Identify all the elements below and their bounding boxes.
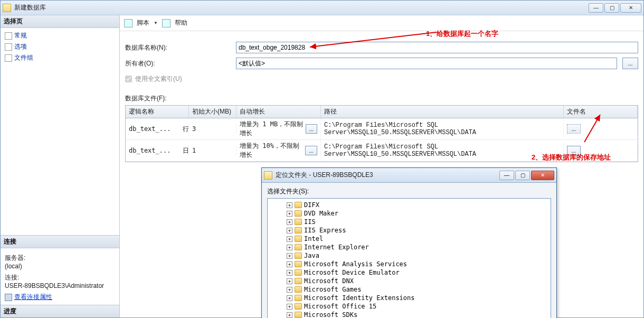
new-database-window: 新建数据库 — ▢ ✕ 选择页 常规 选项 文件组 连接 服务器: (local… — [0, 0, 644, 318]
tree-item[interactable]: +DIFX — [287, 201, 550, 209]
col-logical[interactable]: 逻辑名称 — [126, 106, 189, 118]
locate-folder-dialog: 定位文件夹 - USER-89BSBQDLE3 — ▢ ✕ 选择文件夹(S): … — [261, 167, 557, 318]
folder-icon — [295, 202, 302, 208]
tree-item[interactable]: +Microsoft Games — [287, 285, 550, 294]
owner-label: 所有者(O): — [125, 59, 231, 68]
script-button[interactable]: 脚本 — [137, 18, 149, 27]
script-dropdown-icon[interactable]: ▼ — [154, 21, 158, 25]
expander-icon[interactable]: + — [287, 236, 292, 242]
tree-item[interactable]: +Microsoft DNX — [287, 277, 550, 285]
table-row[interactable]: db_text_... 行 3 增量为 1 MB，不限制增长... C:\Pro… — [126, 118, 638, 140]
dialog-minimize-button[interactable]: — — [499, 171, 514, 180]
help-button[interactable]: 帮助 — [175, 18, 187, 27]
tree-item[interactable]: +Microsoft Office 15 — [287, 302, 550, 311]
folder-icon — [295, 286, 302, 293]
script-icon — [124, 19, 132, 27]
sidebar-item-options[interactable]: 选项 — [2, 41, 118, 52]
folder-icon — [295, 269, 302, 276]
dbname-label: 数据库名称(N): — [125, 43, 231, 52]
col-path[interactable]: 路径 — [321, 106, 564, 118]
tree-item-label: Java — [304, 252, 319, 259]
fulltext-checkbox — [125, 76, 132, 82]
main-panel: 脚本 ▼ 帮助 数据库名称(N): 所有者(O): ... 使用全文索引(U) … — [120, 15, 643, 317]
tree-item[interactable]: +Internet Explorer — [287, 243, 550, 251]
toolbar: 脚本 ▼ 帮助 — [120, 15, 643, 31]
folder-icon — [295, 244, 302, 250]
database-icon — [3, 4, 11, 12]
tree-item[interactable]: +DVD Maker — [287, 209, 550, 218]
tree-item[interactable]: +IIS — [287, 218, 550, 226]
tree-item[interactable]: +Microsoft Analysis Services — [287, 260, 550, 268]
folder-icon — [295, 227, 302, 233]
tree-item-label: Microsoft Games — [304, 286, 361, 293]
tree-item-label: IIS Express — [304, 227, 346, 234]
folder-icon — [295, 210, 302, 217]
col-fname[interactable]: 文件名 — [564, 106, 638, 118]
expander-icon[interactable]: + — [287, 245, 292, 250]
expander-icon[interactable]: + — [287, 202, 292, 208]
page-icon — [5, 43, 12, 51]
expander-icon[interactable]: + — [287, 278, 292, 284]
expander-icon[interactable]: + — [287, 211, 292, 217]
folder-icon — [295, 261, 302, 267]
expander-icon[interactable]: + — [287, 228, 292, 233]
tree-item[interactable]: +Java — [287, 251, 550, 260]
dialog-title-bar[interactable]: 定位文件夹 - USER-89BSBQDLE3 — ▢ ✕ — [262, 168, 556, 183]
fulltext-label: 使用全文索引(U) — [135, 74, 182, 83]
tree-item-label: Microsoft Office 15 — [304, 303, 376, 310]
tree-item[interactable]: +IIS Express — [287, 226, 550, 235]
maximize-button[interactable]: ▢ — [604, 3, 619, 13]
folder-icon — [295, 312, 302, 318]
select-page-header: 选择页 — [1, 15, 119, 28]
expander-icon[interactable]: + — [287, 261, 292, 267]
properties-icon — [5, 294, 12, 301]
view-connection-props-link[interactable]: 查看连接属性 — [5, 293, 115, 302]
database-icon — [264, 171, 272, 180]
tree-item[interactable]: +Microsoft Device Emulator — [287, 268, 550, 277]
tree-item-label: IIS — [304, 218, 316, 226]
close-button[interactable]: ✕ — [620, 3, 641, 13]
window-title: 新建数据库 — [14, 3, 589, 12]
expander-icon[interactable]: + — [287, 295, 292, 301]
tree-item-label: Microsoft SDKs — [304, 311, 357, 318]
annotation-1: 1、给数据库起一个名字 — [426, 29, 498, 39]
expander-icon[interactable]: + — [287, 312, 292, 318]
expander-icon[interactable]: + — [287, 287, 292, 293]
col-size[interactable]: 初始大小(MB) — [189, 106, 236, 118]
folder-icon — [295, 236, 302, 242]
page-icon — [5, 54, 12, 62]
expander-icon[interactable]: + — [287, 253, 292, 259]
tree-item[interactable]: +Intel — [287, 235, 550, 243]
tree-item[interactable]: +Microsoft Identity Extensions — [287, 294, 550, 302]
dialog-close-button[interactable]: ✕ — [531, 171, 554, 180]
owner-browse-button[interactable]: ... — [622, 58, 638, 69]
dbfiles-label: 数据库文件(F): — [120, 87, 643, 104]
dbname-input[interactable] — [236, 42, 638, 53]
growth-edit-button[interactable]: ... — [306, 124, 317, 134]
expander-icon[interactable]: + — [287, 270, 292, 276]
tree-item-label: DVD Maker — [304, 210, 338, 217]
col-growth[interactable]: 自动增长 — [236, 106, 321, 118]
expander-icon[interactable]: + — [287, 304, 292, 310]
sidebar-item-general[interactable]: 常规 — [2, 30, 118, 41]
expander-icon[interactable]: + — [287, 219, 292, 225]
help-icon — [162, 19, 171, 27]
folder-icon — [295, 252, 302, 259]
minimize-button[interactable]: — — [589, 3, 603, 13]
connection-info: 服务器: (local) 连接: USER-89BSBQDLE3\Adminis… — [1, 248, 119, 305]
owner-input[interactable] — [236, 58, 617, 69]
select-folder-label: 选择文件夹(S): — [267, 187, 551, 196]
dialog-title: 定位文件夹 - USER-89BSBQDLE3 — [276, 171, 498, 180]
annotation-2: 2、选择数据库的保存地址 — [532, 153, 611, 162]
title-bar[interactable]: 新建数据库 — ▢ ✕ — [1, 1, 643, 15]
growth-edit-button[interactable]: ... — [305, 146, 317, 155]
tree-item-label: Microsoft Analysis Services — [304, 260, 407, 268]
sidebar-item-filegroups[interactable]: 文件组 — [2, 52, 118, 63]
folder-tree[interactable]: +DIFX+DVD Maker+IIS+IIS Express+Intel+In… — [267, 198, 551, 318]
tree-item-label: Internet Explorer — [304, 244, 369, 251]
tree-item-label: Microsoft Identity Extensions — [304, 294, 415, 302]
folder-icon — [295, 219, 302, 225]
tree-item[interactable]: +Microsoft SDKs — [287, 311, 550, 318]
dialog-maximize-button[interactable]: ▢ — [515, 171, 530, 180]
path-browse-button[interactable]: ... — [567, 124, 581, 134]
